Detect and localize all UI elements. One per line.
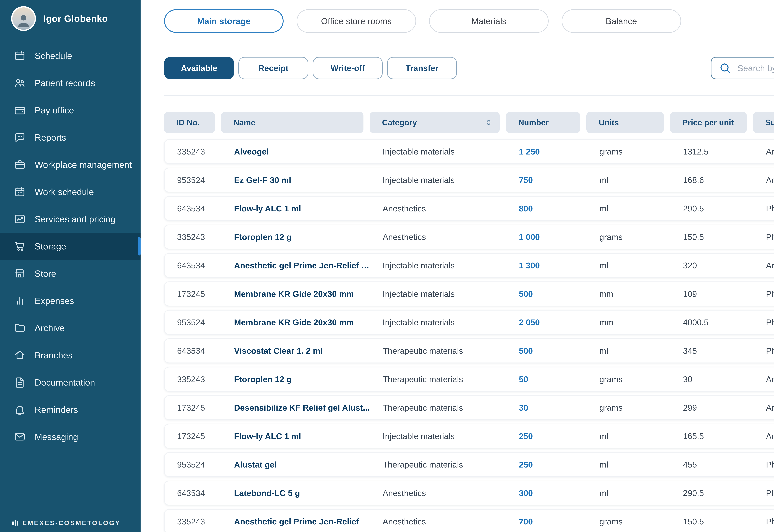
column-header-id-no[interactable]: ID No. xyxy=(164,112,215,133)
cell-name[interactable]: Alustat gel xyxy=(222,460,370,469)
cell-name[interactable]: Alveogel xyxy=(222,147,370,156)
sidebar: Igor Globenko SchedulePatient recordsPay… xyxy=(0,0,140,532)
cell-number[interactable]: 1 300 xyxy=(506,261,587,270)
cell-category: Anesthetics xyxy=(370,517,506,526)
cell-units: ml xyxy=(587,175,671,185)
table-row[interactable]: 335243Ftoroplen 12 gAnesthetics1 000gram… xyxy=(164,225,774,249)
cell-number[interactable]: 800 xyxy=(506,204,587,213)
cell-id: 335243 xyxy=(165,147,222,156)
tab-office-store-rooms[interactable]: Office store rooms xyxy=(297,9,416,33)
supplier-name: ArtPharmaGroup OJSC xyxy=(766,403,774,412)
sidebar-item-workplace-management[interactable]: Workplace management xyxy=(0,151,140,178)
cell-number[interactable]: 2 050 xyxy=(506,317,587,327)
column-header-price-per-unit[interactable]: Price per unit xyxy=(670,112,747,133)
cell-number[interactable]: 300 xyxy=(506,488,587,498)
cell-name[interactable]: Anesthetic gel Prime Jen-Relief xyxy=(222,517,370,526)
cell-number[interactable]: 250 xyxy=(506,431,587,441)
column-label: Units xyxy=(599,118,619,127)
table-row[interactable]: 953524Ez Gel-F 30 mlInjectable materials… xyxy=(164,168,774,192)
table-row[interactable]: 335243Ftoroplen 12 gTherapeutic material… xyxy=(164,367,774,392)
column-header-category[interactable]: Category xyxy=(370,112,500,133)
storage-icon xyxy=(14,240,26,252)
sidebar-item-schedule[interactable]: Schedule xyxy=(0,42,140,69)
cell-number[interactable]: 750 xyxy=(506,175,587,185)
table-row[interactable]: 173245Desensibilize KF Relief gel Alust.… xyxy=(164,395,774,420)
table-row[interactable]: 173245Flow-ly ALC 1 mlInjectable materia… xyxy=(164,424,774,448)
table-row[interactable]: 173245Membrane KR Gide 20x30 mmInjectabl… xyxy=(164,281,774,306)
column-label: Number xyxy=(518,118,548,127)
column-header-name[interactable]: Name xyxy=(221,112,363,133)
cell-units: mm xyxy=(587,317,671,327)
cell-name[interactable]: Flow-ly ALC 1 ml xyxy=(222,204,370,213)
sidebar-item-reminders[interactable]: Reminders xyxy=(0,396,140,423)
filter-receipt[interactable]: Receipt xyxy=(239,57,308,79)
supplier-name: PharmaInvestGroup xyxy=(766,517,774,526)
cell-category: Therapeutic materials xyxy=(370,460,506,469)
column-header-units[interactable]: Units xyxy=(587,112,664,133)
search-box xyxy=(711,57,774,79)
table-row[interactable]: 643534Latebond-LC 5 gAnesthetics300ml290… xyxy=(164,481,774,505)
cell-name[interactable]: Flow-ly ALC 1 ml xyxy=(222,431,370,441)
sidebar-item-documentation[interactable]: Documentation xyxy=(0,369,140,396)
cell-number[interactable]: 1 000 xyxy=(506,232,587,242)
cell-units: grams xyxy=(587,374,671,384)
cell-name[interactable]: Viscostat Clear 1. 2 ml xyxy=(222,346,370,356)
cell-name[interactable]: Anesthetic gel Prime Jen-Relief AB xyxy=(222,261,370,270)
cell-supplier: PharmaInvestGroup+ 10665372716 xyxy=(754,517,774,526)
table-row[interactable]: 643534Viscostat Clear 1. 2 mlTherapeutic… xyxy=(164,338,774,363)
sidebar-item-branches[interactable]: Branches xyxy=(0,341,140,369)
user-profile[interactable]: Igor Globenko xyxy=(0,0,140,37)
search-input[interactable] xyxy=(711,57,774,79)
branches-icon xyxy=(14,349,26,361)
cell-number[interactable]: 30 xyxy=(506,403,587,412)
sidebar-item-archive[interactable]: Archive xyxy=(0,314,140,341)
sort-icon[interactable] xyxy=(484,118,493,127)
filter-write-off[interactable]: Write-off xyxy=(313,57,383,79)
tab-materials[interactable]: Materials xyxy=(429,9,548,33)
cell-name[interactable]: Ftoroplen 12 g xyxy=(222,232,370,242)
table-row[interactable]: 643534Flow-ly ALC 1 mlAnesthetics800ml29… xyxy=(164,196,774,221)
tab-balance[interactable]: Balance xyxy=(561,9,681,33)
table-row[interactable]: 953524Membrane KR Gide 20x30 mmInjectabl… xyxy=(164,310,774,335)
table-row[interactable]: 335243AlveogelInjectable materials1 250g… xyxy=(164,139,774,164)
column-label: Price per unit xyxy=(682,118,734,127)
cell-name[interactable]: Latebond-LC 5 g xyxy=(222,488,370,498)
cell-id: 173245 xyxy=(165,403,222,412)
cell-name[interactable]: Ez Gel-F 30 ml xyxy=(222,175,370,185)
cell-category: Injectable materials xyxy=(370,261,506,270)
cell-number[interactable]: 250 xyxy=(506,460,587,469)
cell-number[interactable]: 500 xyxy=(506,346,587,356)
sidebar-item-reports[interactable]: Reports xyxy=(0,124,140,151)
table-row[interactable]: 953524Alustat gelTherapeutic materials25… xyxy=(164,452,774,477)
cell-number[interactable]: 1 250 xyxy=(506,147,587,156)
inventory-table: ID No.NameCategoryNumberUnitsPrice per u… xyxy=(164,112,774,532)
sidebar-item-services-and-pricing[interactable]: Services and pricing xyxy=(0,205,140,233)
cell-name[interactable]: Membrane KR Gide 20x30 mm xyxy=(222,317,370,327)
cell-name[interactable]: Ftoroplen 12 g xyxy=(222,374,370,384)
cell-price: 290.5 xyxy=(671,204,754,213)
sidebar-item-messaging[interactable]: Messaging xyxy=(0,423,140,450)
table-row[interactable]: 335243Anesthetic gel Prime Jen-ReliefAne… xyxy=(164,509,774,532)
sidebar-item-label: Patient records xyxy=(35,78,95,88)
sidebar-item-storage[interactable]: Storage xyxy=(0,233,140,260)
sidebar-item-expenses[interactable]: Expenses xyxy=(0,287,140,314)
cell-name[interactable]: Membrane KR Gide 20x30 mm xyxy=(222,289,370,299)
table-row[interactable]: 643534Anesthetic gel Prime Jen-Relief AB… xyxy=(164,253,774,278)
sidebar-item-work-schedule[interactable]: Work schedule xyxy=(0,178,140,205)
tab-main-storage[interactable]: Main storage xyxy=(164,9,284,33)
cell-name[interactable]: Desensibilize KF Relief gel Alust... xyxy=(222,403,370,412)
cell-number[interactable]: 700 xyxy=(506,517,587,526)
cell-number[interactable]: 50 xyxy=(506,374,587,384)
filter-available[interactable]: Available xyxy=(164,57,234,79)
column-header-number[interactable]: Number xyxy=(506,112,580,133)
filter-transfer[interactable]: Transfer xyxy=(387,57,457,79)
pay-office-icon xyxy=(14,104,26,116)
cell-supplier: PharmaInvestGroup+ 10665372716 xyxy=(754,204,774,213)
sidebar-item-patient-records[interactable]: Patient records xyxy=(0,69,140,97)
sidebar-item-pay-office[interactable]: Pay office xyxy=(0,97,140,124)
cell-price: 150.5 xyxy=(671,517,754,526)
cell-number[interactable]: 500 xyxy=(506,289,587,299)
sidebar-item-store[interactable]: Store xyxy=(0,260,140,287)
column-header-supplier-contacts[interactable]: Supplier/Contacts xyxy=(753,112,774,133)
cell-supplier: PharmaInvestGroup+ 10665372716 xyxy=(754,289,774,299)
